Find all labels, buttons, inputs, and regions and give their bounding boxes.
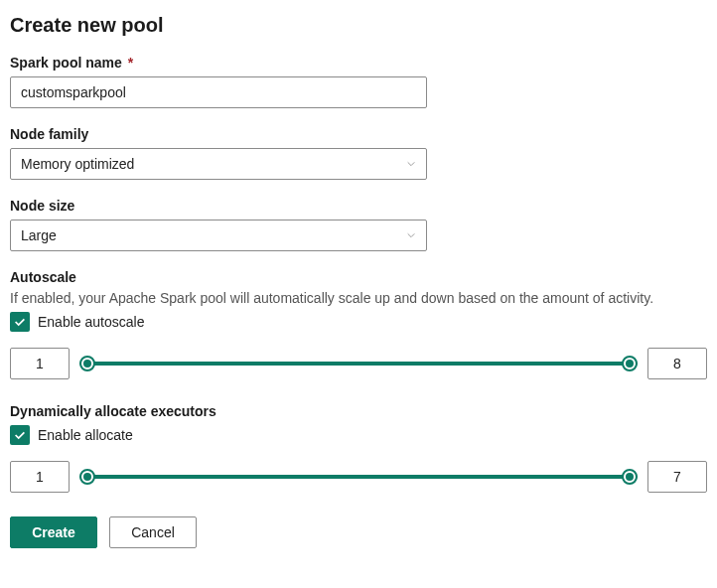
check-icon — [13, 315, 27, 329]
chevron-down-icon — [406, 159, 416, 169]
autoscale-checkbox-row: Enable autoscale — [10, 312, 707, 332]
required-asterisk: * — [128, 55, 133, 71]
autoscale-help-text: If enabled, your Apache Spark pool will … — [10, 290, 707, 306]
node-family-label: Node family — [10, 126, 707, 142]
autoscale-slider[interactable] — [79, 356, 638, 371]
autoscale-min-input[interactable] — [10, 348, 70, 379]
dynamic-executors-slider[interactable] — [79, 469, 638, 485]
autoscale-checkbox[interactable] — [10, 312, 30, 332]
node-size-select[interactable]: Large — [10, 220, 427, 251]
dynamic-executors-min-input[interactable] — [10, 461, 70, 493]
dynamic-executors-heading: Dynamically allocate executors — [10, 403, 707, 419]
spark-pool-name-input[interactable] — [10, 76, 427, 108]
node-family-selected: Memory optimized — [21, 156, 134, 172]
create-button[interactable]: Create — [10, 516, 97, 548]
autoscale-slider-thumb-max[interactable] — [622, 356, 638, 371]
autoscale-checkbox-label: Enable autoscale — [38, 314, 144, 330]
field-spark-pool-name: Spark pool name * — [10, 55, 707, 108]
dynamic-executors-slider-thumb-max[interactable] — [622, 469, 638, 485]
autoscale-heading: Autoscale — [10, 269, 707, 285]
node-size-label: Node size — [10, 198, 707, 214]
dynamic-executors-max-input[interactable] — [647, 461, 707, 493]
dynamic-executors-checkbox-label: Enable allocate — [38, 427, 133, 443]
dynamic-executors-slider-row — [10, 461, 707, 493]
check-icon — [13, 428, 27, 442]
node-size-selected: Large — [21, 227, 57, 243]
autoscale-section: Autoscale If enabled, your Apache Spark … — [10, 269, 707, 379]
autoscale-slider-thumb-min[interactable] — [79, 356, 95, 371]
field-node-family: Node family Memory optimized — [10, 126, 707, 180]
slider-track — [79, 362, 638, 366]
page-title: Create new pool — [10, 14, 707, 37]
dynamic-executors-slider-thumb-min[interactable] — [79, 469, 95, 485]
slider-track — [79, 475, 638, 479]
autoscale-slider-row — [10, 348, 707, 379]
dynamic-executors-checkbox[interactable] — [10, 425, 30, 445]
node-family-select[interactable]: Memory optimized — [10, 148, 427, 180]
dynamic-executors-section: Dynamically allocate executors Enable al… — [10, 403, 707, 493]
button-row: Create Cancel — [10, 516, 707, 548]
chevron-down-icon — [406, 230, 416, 240]
dynamic-executors-checkbox-row: Enable allocate — [10, 425, 707, 445]
cancel-button[interactable]: Cancel — [109, 516, 197, 548]
spark-pool-name-label: Spark pool name * — [10, 55, 707, 71]
field-node-size: Node size Large — [10, 198, 707, 251]
spark-pool-name-label-text: Spark pool name — [10, 55, 122, 71]
autoscale-max-input[interactable] — [647, 348, 707, 379]
